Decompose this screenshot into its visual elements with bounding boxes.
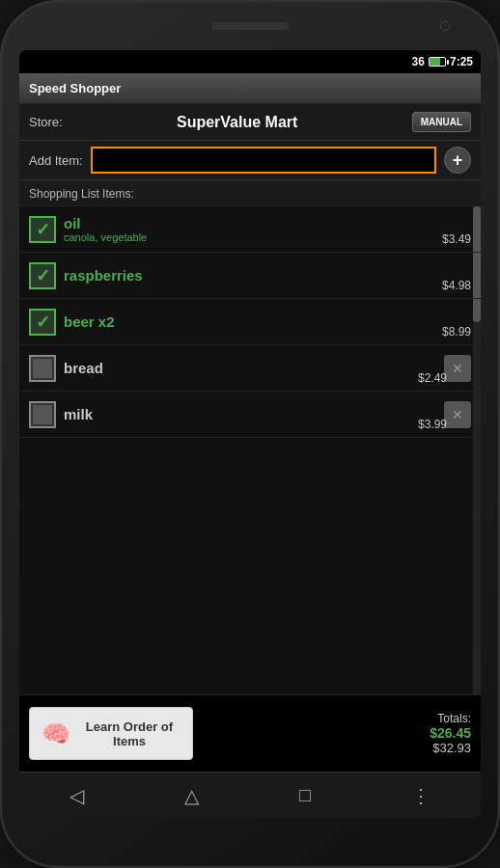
- status-bar: 36 7:25: [19, 50, 481, 73]
- delete-item-button[interactable]: ✕: [444, 401, 471, 428]
- item-name: raspberries: [64, 267, 471, 284]
- manual-button[interactable]: MANUAL: [412, 112, 471, 132]
- item-info: beer x2: [64, 313, 471, 330]
- app-title: Speed Shopper: [29, 81, 121, 95]
- item-price: $3.49: [442, 232, 471, 246]
- list-item[interactable]: ✓ beer x2 $8.99: [19, 299, 481, 345]
- learn-button-label: Learn Order of Items: [78, 719, 181, 748]
- learn-order-button[interactable]: 🧠 Learn Order of Items: [29, 707, 193, 760]
- totals-section: Totals: $26.45 $32.93: [430, 712, 471, 755]
- back-button[interactable]: ◁: [62, 776, 92, 815]
- checkmark-icon: ✓: [36, 265, 50, 286]
- totals-green-amount: $26.45: [430, 725, 471, 741]
- empty-checkbox: [33, 359, 52, 378]
- brain-icon: 🧠: [42, 720, 70, 747]
- delete-item-button[interactable]: ✕: [444, 355, 471, 382]
- list-header: Shopping List Items:: [19, 180, 481, 206]
- item-subtitle: canola, vegetable: [64, 231, 471, 243]
- item-checkbox[interactable]: [29, 355, 56, 382]
- item-info: bread: [64, 360, 444, 376]
- front-camera: [440, 21, 450, 31]
- phone-device: 36 7:25 Speed Shopper Store: SuperValue …: [0, 0, 500, 868]
- item-info: milk: [64, 406, 444, 422]
- add-item-label: Add Item:: [29, 153, 83, 168]
- list-item[interactable]: ✓ oil canola, vegetable $3.49: [19, 206, 481, 253]
- item-checkbox[interactable]: ✓: [29, 309, 56, 336]
- clock: 7:25: [450, 55, 473, 68]
- item-info: oil canola, vegetable: [64, 215, 471, 243]
- signal-strength: 36: [412, 55, 425, 68]
- item-checkbox[interactable]: ✓: [29, 216, 56, 243]
- add-item-input[interactable]: [91, 147, 436, 174]
- totals-white-amount: $32.93: [430, 741, 471, 755]
- item-name: oil: [64, 215, 471, 231]
- speaker-grille: [211, 22, 289, 30]
- checkmark-icon: ✓: [36, 312, 50, 333]
- totals-label: Totals:: [430, 712, 471, 725]
- item-price: $4.98: [442, 279, 471, 292]
- app-title-bar: Speed Shopper: [19, 73, 481, 104]
- empty-checkbox: [33, 405, 52, 424]
- home-button[interactable]: △: [177, 776, 207, 815]
- recents-button[interactable]: □: [292, 776, 319, 814]
- item-price: $2.49: [418, 371, 447, 385]
- item-name: bread: [64, 360, 444, 376]
- store-row: Store: SuperValue Mart MANUAL: [19, 104, 481, 141]
- list-item[interactable]: bread $2.49 ✕: [19, 345, 481, 392]
- item-price: $3.99: [418, 418, 447, 431]
- add-item-button[interactable]: +: [444, 147, 471, 174]
- battery-icon: [429, 57, 446, 67]
- phone-top-bar: [2, 2, 498, 50]
- checkmark-icon: ✓: [36, 219, 50, 240]
- list-item[interactable]: milk $3.99 ✕: [19, 392, 481, 438]
- phone-screen: 36 7:25 Speed Shopper Store: SuperValue …: [19, 50, 481, 818]
- more-button[interactable]: ⋮: [403, 776, 438, 815]
- store-name: SuperValue Mart: [70, 114, 404, 131]
- item-checkbox[interactable]: [29, 401, 56, 428]
- item-name: milk: [64, 406, 444, 422]
- item-price: $8.99: [442, 325, 471, 339]
- bottom-area: 🧠 Learn Order of Items Totals: $26.45 $3…: [19, 694, 481, 772]
- store-label: Store:: [29, 115, 63, 129]
- item-name: beer x2: [64, 313, 471, 330]
- item-info: raspberries: [64, 267, 471, 284]
- list-item[interactable]: ✓ raspberries $4.98: [19, 253, 481, 299]
- list-header-text: Shopping List Items:: [29, 187, 134, 201]
- nav-bar: ◁ △ □ ⋮: [19, 772, 481, 818]
- item-checkbox[interactable]: ✓: [29, 262, 56, 289]
- shopping-list: ✓ oil canola, vegetable $3.49 ✓ raspberr…: [19, 206, 481, 694]
- add-item-row: Add Item: +: [19, 141, 481, 180]
